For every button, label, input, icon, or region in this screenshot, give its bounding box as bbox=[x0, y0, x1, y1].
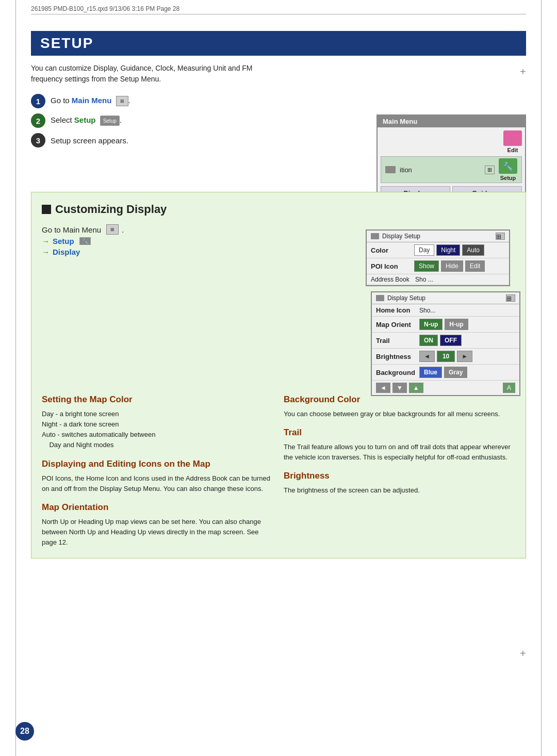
map-orientation-section: Map Orientation North Up or Heading Up m… bbox=[42, 502, 273, 548]
mm-setup-btn[interactable]: 🔧 Setup bbox=[499, 158, 517, 181]
left-sections: Setting the Map Color Day - a bright ton… bbox=[42, 395, 273, 548]
step-3-text: Setup screen appears. bbox=[51, 136, 128, 145]
mm-edit-icon bbox=[503, 130, 522, 146]
ds2-background-row: Background Blue Gray bbox=[372, 365, 519, 381]
ds-title: Display Setup bbox=[382, 233, 420, 240]
ds2-brightness-row: Brightness ◄ 10 ► bbox=[372, 349, 519, 365]
map-orientation-body: North Up or Heading Up map views can be … bbox=[42, 517, 273, 548]
ds2-blue-btn[interactable]: Blue bbox=[419, 367, 442, 378]
ds2-homeicon-label: Home Icon bbox=[376, 306, 417, 314]
cust-arrow-1: → bbox=[42, 237, 50, 245]
mm-setup-text: ition bbox=[400, 166, 412, 174]
left-border bbox=[15, 0, 16, 756]
ds2-off-btn[interactable]: OFF bbox=[440, 335, 462, 346]
ds-day-btn[interactable]: Day bbox=[414, 244, 434, 256]
setup-title: SETUP bbox=[31, 31, 526, 56]
main-menu-link: Main Menu bbox=[72, 96, 112, 105]
setting-map-color-body: Day - a bright tone screen Night - a dar… bbox=[42, 409, 273, 451]
cust-step-3: → Display bbox=[42, 248, 171, 256]
ds2-nup-btn[interactable]: N-up bbox=[419, 319, 443, 330]
cust-step-2: → Setup 🔧 bbox=[42, 237, 171, 245]
black-square-icon bbox=[42, 205, 51, 214]
setting-map-color-title: Setting the Map Color bbox=[42, 395, 273, 405]
ds2-back-btn[interactable]: ◄ bbox=[376, 383, 390, 393]
cust-display-link: Display bbox=[53, 248, 80, 256]
mm-header: Main Menu bbox=[378, 116, 525, 127]
ds2-homeicon-val: Sho... bbox=[419, 307, 435, 314]
step-2-circle: 2 bbox=[31, 113, 45, 128]
cust-setup-icon: 🔧 bbox=[79, 237, 91, 245]
customizing-section: Customizing Display Go to Main Menu ⊞ . … bbox=[31, 192, 526, 558]
main-content: SETUP You can customize Display, Guidanc… bbox=[31, 31, 526, 558]
cust-main-menu-link: Main Menu bbox=[63, 225, 101, 234]
ds2-on-btn[interactable]: ON bbox=[419, 335, 438, 346]
ds2-grid-icon: ⊞ bbox=[506, 294, 515, 302]
ds-poi-label: POI Icon bbox=[371, 262, 412, 270]
ds2-hup-btn[interactable]: H-up bbox=[445, 319, 468, 330]
ds2-nav-row: ◄ ▼ ▲ A bbox=[372, 381, 519, 395]
ds2-left-arrow-btn[interactable]: ◄ bbox=[419, 351, 435, 362]
mm-setup-label: Setup bbox=[500, 175, 516, 181]
trail-body: The Trail feature allows you to turn on … bbox=[284, 442, 515, 463]
background-color-title: Background Color bbox=[284, 395, 515, 405]
ds-hide-btn[interactable]: Hide bbox=[441, 260, 463, 272]
ds-addr-row: Address Book Sho ... bbox=[367, 274, 509, 285]
setting-map-color-section: Setting the Map Color Day - a bright ton… bbox=[42, 395, 273, 451]
setup-link: Setup bbox=[74, 116, 96, 124]
cust-steps-area: Go to Main Menu ⊞ . → Setup 🔧 → Display bbox=[42, 224, 171, 384]
brightness-section: Brightness The brightness of the screen … bbox=[284, 471, 515, 496]
ds-addr-label: Address Book bbox=[371, 276, 409, 283]
page-header: 261985 PMD-B100_r15.qxd 9/13/06 3:16 PM … bbox=[31, 5, 526, 14]
customizing-title: Customizing Display bbox=[42, 203, 515, 216]
right-sections: Background Color You can choose between … bbox=[284, 395, 515, 548]
ds2-trail-row: Trail ON OFF bbox=[372, 333, 519, 349]
header-text: 261985 PMD-B100_r15.qxd 9/13/06 3:16 PM … bbox=[31, 5, 179, 12]
ds-header: Display Setup ⊞ bbox=[367, 231, 509, 242]
mm-edit-btn[interactable]: Edit bbox=[503, 130, 522, 153]
crosshair-top-right bbox=[525, 71, 535, 81]
displaying-editing-section: Displaying and Editing Icons on the Map … bbox=[42, 459, 273, 494]
ds-edit-btn[interactable]: Edit bbox=[465, 260, 485, 272]
cust-setup-link: Setup bbox=[53, 237, 74, 245]
display-setup-container: Display Setup ⊞ Color Day Night Auto POI… bbox=[181, 224, 515, 384]
right-border bbox=[541, 0, 542, 756]
cust-grid-icon: ⊞ bbox=[106, 224, 119, 235]
setup-icon-btn: Setup bbox=[100, 116, 120, 126]
ds2-trail-label: Trail bbox=[376, 337, 417, 344]
ds-color-row: Color Day Night Auto bbox=[367, 242, 509, 258]
display-setup-panel: Display Setup ⊞ Color Day Night Auto POI… bbox=[366, 229, 510, 286]
page-number: 28 bbox=[15, 722, 34, 741]
intro-text: You can customize Display, Guidance, Clo… bbox=[31, 63, 273, 85]
mm-setup-row: ition ⊞ 🔧 Setup bbox=[381, 156, 522, 183]
trail-section: Trail The Trail feature allows you to tu… bbox=[284, 428, 515, 463]
crosshair-bottom-right bbox=[525, 653, 535, 663]
display-setup-panel2: Display Setup ⊞ Home Icon Sho... Map Ori… bbox=[371, 291, 520, 396]
trail-title: Trail bbox=[284, 428, 515, 438]
ds2-brightness-label: Brightness bbox=[376, 353, 417, 360]
ds-show-btn[interactable]: Show bbox=[414, 260, 439, 272]
mm-top-icons: Edit bbox=[381, 130, 522, 153]
ds-grid-icon: ⊞ bbox=[496, 233, 505, 240]
cust-step-1: Go to Main Menu ⊞ . bbox=[42, 224, 171, 235]
map-orientation-title: Map Orientation bbox=[42, 502, 273, 513]
mm-edit-label: Edit bbox=[507, 147, 518, 153]
ds-addr-value: Sho bbox=[415, 276, 426, 283]
brightness-title: Brightness bbox=[284, 471, 515, 481]
ds2-header-icon bbox=[376, 295, 384, 301]
ds-poi-row: POI Icon Show Hide Edit bbox=[367, 258, 509, 274]
ds2-maporient-label: Map Orient bbox=[376, 321, 417, 328]
ds2-a-btn[interactable]: A bbox=[503, 383, 515, 393]
ds-auto-btn[interactable]: Auto bbox=[462, 244, 484, 256]
ds2-gray-btn[interactable]: Gray bbox=[444, 367, 467, 378]
ds2-title: Display Setup bbox=[387, 294, 425, 302]
ds2-brightness-value[interactable]: 10 bbox=[437, 351, 455, 362]
brightness-body: The brightness of the screen can be adju… bbox=[284, 485, 515, 496]
ds2-down-btn[interactable]: ▼ bbox=[392, 383, 407, 393]
ds2-header: Display Setup ⊞ bbox=[372, 292, 519, 304]
step-1: 1 Go to Main Menu ⊞. bbox=[31, 94, 526, 108]
mm-setup-grid: ⊞ bbox=[485, 166, 495, 174]
ds2-right-arrow-btn[interactable]: ► bbox=[457, 351, 472, 362]
ds2-up-btn[interactable]: ▲ bbox=[409, 383, 423, 393]
ds2-homeicon-row: Home Icon Sho... bbox=[372, 304, 519, 317]
ds-night-btn[interactable]: Night bbox=[436, 244, 460, 256]
